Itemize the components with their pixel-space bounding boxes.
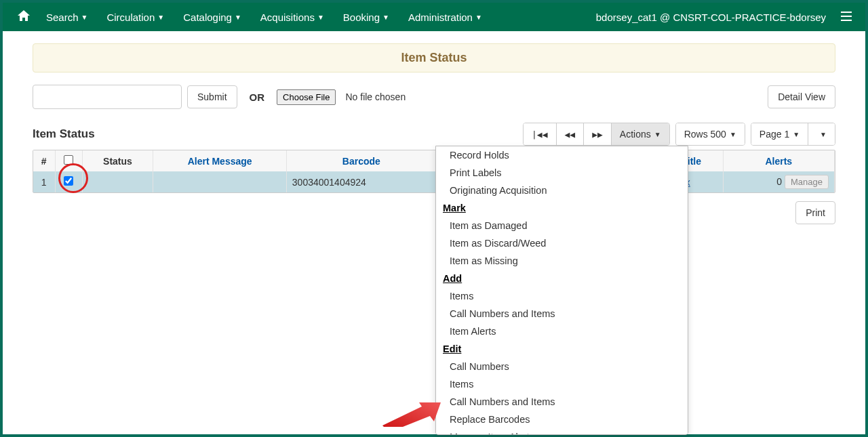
page-next-button[interactable]: ▼ <box>808 123 835 145</box>
menu-manage-item-alerts[interactable]: Manage Item Alerts <box>436 428 688 435</box>
user-workstation-label: bdorsey_cat1 @ CNSRT-COL-PRACTICE-bdorse… <box>587 12 835 23</box>
menu-print-labels[interactable]: Print Labels <box>436 164 688 182</box>
menu-header-mark: Mark <box>436 199 688 217</box>
hamburger-icon[interactable] <box>835 10 857 24</box>
home-icon[interactable] <box>11 10 37 24</box>
col-number: # <box>33 150 55 171</box>
barcode-input-row: Submit OR Choose File No file chosen Det… <box>33 85 835 109</box>
submit-button[interactable]: Submit <box>187 85 237 108</box>
svg-rect-1 <box>841 16 852 17</box>
svg-marker-3 <box>382 402 441 427</box>
or-label: OR <box>250 91 265 103</box>
menu-item-missing[interactable]: Item as Missing <box>436 252 688 270</box>
menu-originating-acquisition[interactable]: Originating Acquisition <box>436 182 688 199</box>
menu-add-item-alerts[interactable]: Item Alerts <box>436 322 688 340</box>
menu-record-holds[interactable]: Record Holds <box>436 146 688 164</box>
nav-circulation[interactable]: Circulation▼ <box>97 3 174 31</box>
svg-rect-0 <box>841 12 852 13</box>
prev-page-button[interactable]: ◀◀ <box>557 123 585 145</box>
page-title-banner: Item Status <box>33 43 835 72</box>
barcode-input[interactable] <box>33 85 182 109</box>
skip-back-icon: |◀◀ <box>532 129 547 140</box>
table-row[interactable]: 1 30034001404924 FIC BLA 2022-10-20 as s… <box>33 171 835 192</box>
item-grid: # Status Alert Message Barcode Call Numb… <box>33 150 835 193</box>
actions-dropdown: Record Holds Print Labels Originating Ac… <box>435 146 688 435</box>
row-number: 1 <box>33 171 55 192</box>
grid-toolbar: |◀◀ ◀◀ ▶▶ Actions▼ Rows 500▼ Page 1▼ ▼ <box>517 123 835 146</box>
alert-count: 0 <box>776 176 782 187</box>
page-button[interactable]: Page 1▼ <box>751 123 808 145</box>
rewind-icon: ◀◀ <box>565 129 576 140</box>
nav-booking[interactable]: Booking▼ <box>334 3 399 31</box>
col-status[interactable]: Status <box>82 150 153 171</box>
row-status <box>82 171 153 192</box>
menu-add-items[interactable]: Items <box>436 287 688 305</box>
nav-administration[interactable]: Administration▼ <box>399 3 492 31</box>
row-barcode: 30034001404924 <box>286 171 436 192</box>
menu-item-discard[interactable]: Item as Discard/Weed <box>436 234 688 252</box>
col-select-all[interactable] <box>55 150 82 171</box>
col-alert-message[interactable]: Alert Message <box>153 150 286 171</box>
select-all-checkbox[interactable] <box>64 155 73 165</box>
menu-header-edit: Edit <box>436 340 688 358</box>
detail-view-button[interactable]: Detail View <box>768 85 835 108</box>
col-alerts[interactable]: Alerts <box>723 150 834 171</box>
actions-button[interactable]: Actions▼ <box>612 123 669 145</box>
first-page-button[interactable]: |◀◀ <box>524 123 556 145</box>
rows-button[interactable]: Rows 500▼ <box>676 123 745 145</box>
caret-down-icon: ▼ <box>820 131 827 138</box>
top-navbar: Search▼ Circulation▼ Cataloging▼ Acquisi… <box>3 3 865 31</box>
menu-header-add: Add <box>436 270 688 287</box>
forward-icon: ▶▶ <box>592 129 603 140</box>
menu-edit-call-numbers[interactable]: Call Numbers <box>436 358 688 375</box>
menu-replace-barcodes[interactable]: Replace Barcodes <box>436 411 688 428</box>
file-status-label: No file chosen <box>345 91 406 102</box>
annotation-arrow <box>381 397 435 424</box>
col-barcode[interactable]: Barcode <box>286 150 436 171</box>
row-alert-message <box>153 171 286 192</box>
section-title: Item Status <box>33 127 95 141</box>
next-page-button[interactable]: ▶▶ <box>584 123 612 145</box>
nav-acquisitions[interactable]: Acquisitions▼ <box>251 3 334 31</box>
manage-button[interactable]: Manage <box>785 175 829 189</box>
row-alerts: 0 Manage <box>723 171 834 192</box>
print-button[interactable]: Print <box>795 201 835 224</box>
menu-edit-items[interactable]: Items <box>436 375 688 393</box>
menu-edit-call-items[interactable]: Call Numbers and Items <box>436 393 688 411</box>
choose-file-button[interactable]: Choose File <box>277 89 336 105</box>
menu-add-call-items[interactable]: Call Numbers and Items <box>436 305 688 322</box>
svg-rect-2 <box>841 20 852 21</box>
menu-item-damaged[interactable]: Item as Damaged <box>436 217 688 234</box>
nav-cataloging[interactable]: Cataloging▼ <box>174 3 251 31</box>
row-checkbox[interactable] <box>64 176 73 186</box>
nav-search[interactable]: Search▼ <box>37 3 97 31</box>
